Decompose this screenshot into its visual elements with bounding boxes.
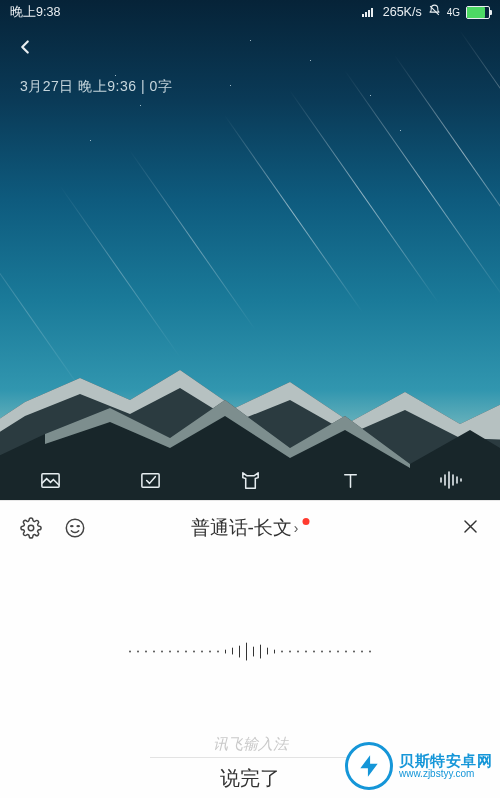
voice-input-button[interactable] [430, 465, 470, 495]
back-button[interactable] [14, 36, 36, 62]
voice-waveform [100, 636, 400, 666]
ime-emoji-button[interactable] [64, 517, 86, 539]
net-speed: 265K/s [383, 5, 422, 19]
ime-language-label: 普通话-长文 [191, 515, 292, 541]
watermark-text-en: www.zjbstyy.com [399, 769, 492, 780]
battery-icon [466, 6, 490, 19]
status-bar: 晚上9:38 265K/s 4G [0, 0, 500, 24]
chevron-right-icon: › [294, 520, 299, 536]
theme-button[interactable] [230, 465, 270, 495]
insert-image-button[interactable] [30, 465, 70, 495]
signal-icon [362, 8, 373, 17]
checklist-button[interactable] [130, 465, 170, 495]
watermark-logo [345, 742, 393, 790]
ime-close-button[interactable] [461, 517, 480, 540]
mute-icon [428, 4, 441, 20]
watermark-text-cn: 贝斯特安卓网 [399, 753, 492, 769]
notification-dot [303, 518, 310, 525]
svg-point-10 [28, 525, 34, 531]
text-format-button[interactable] [330, 465, 370, 495]
svg-rect-1 [141, 473, 158, 486]
svg-point-13 [76, 525, 80, 527]
ime-language-selector[interactable]: 普通话-长文 › [191, 515, 310, 541]
net-type: 4G [447, 7, 460, 18]
ime-settings-button[interactable] [20, 517, 42, 539]
watermark: 贝斯特安卓网 www.zjbstyy.com [345, 742, 492, 790]
note-background [0, 0, 500, 500]
editor-toolbar [0, 460, 500, 500]
svg-point-11 [66, 519, 83, 536]
svg-point-12 [70, 525, 74, 527]
status-time: 晚上9:38 [10, 4, 60, 21]
note-meta: 3月27日 晚上9:36 | 0字 [20, 78, 172, 96]
ime-toolbar: 普通话-长文 › [0, 501, 500, 555]
